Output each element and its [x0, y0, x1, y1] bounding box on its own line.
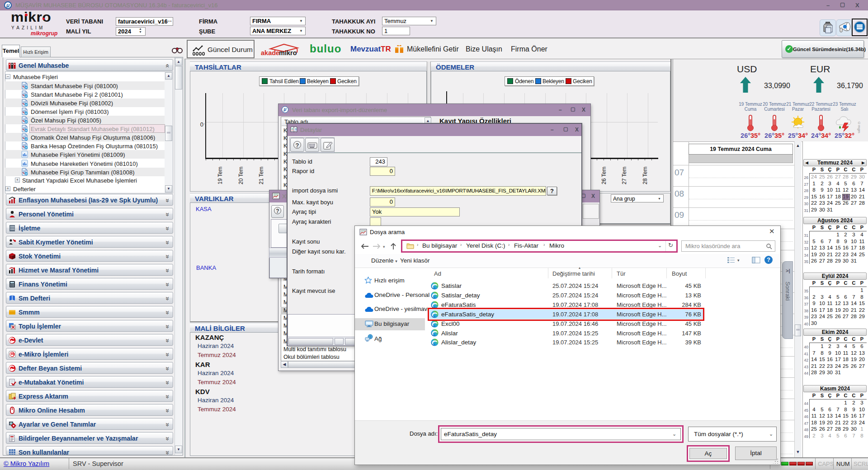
svg-text:mikro: mikro [279, 49, 297, 56]
svg-text:akade: akade [261, 49, 279, 56]
